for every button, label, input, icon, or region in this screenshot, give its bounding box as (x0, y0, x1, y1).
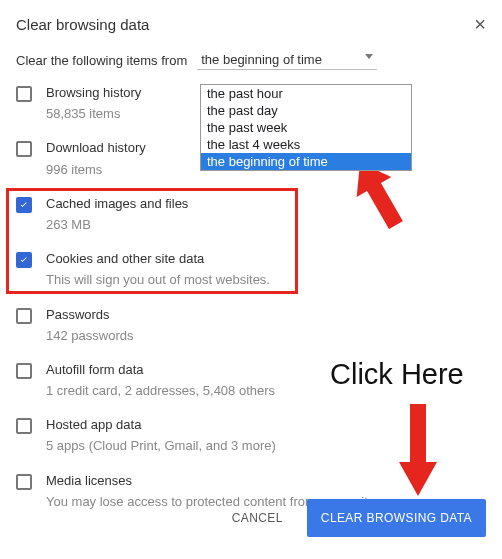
cancel-button[interactable]: CANCEL (220, 501, 295, 535)
checkbox[interactable] (16, 418, 32, 434)
clear-browsing-data-button[interactable]: CLEAR BROWSING DATA (307, 499, 486, 537)
item-text: Passwords142 passwords (46, 306, 486, 345)
dropdown-option[interactable]: the past day (201, 102, 411, 119)
caret-down-icon (365, 54, 373, 59)
checkbox[interactable] (16, 141, 32, 157)
checkbox[interactable] (16, 308, 32, 324)
list-item: Cookies and other site dataThis will sig… (16, 242, 486, 297)
checkbox[interactable] (16, 363, 32, 379)
time-range-dropdown: the past hour the past day the past week… (200, 84, 412, 171)
dropdown-option[interactable]: the past week (201, 119, 411, 136)
checkbox[interactable] (16, 474, 32, 490)
item-subtext: This will sign you out of most websites. (46, 271, 486, 289)
dialog-title: Clear browsing data (16, 16, 149, 33)
item-subtext: 142 passwords (46, 327, 486, 345)
item-text: Cookies and other site dataThis will sig… (46, 250, 486, 289)
item-text: Cached images and files263 MB (46, 195, 486, 234)
dropdown-option[interactable]: the last 4 weeks (201, 136, 411, 153)
annotation-arrow-icon (395, 404, 441, 496)
close-icon[interactable]: × (474, 14, 486, 34)
item-label: Passwords (46, 306, 486, 324)
item-subtext: 263 MB (46, 216, 486, 234)
dropdown-option[interactable]: the past hour (201, 85, 411, 102)
list-item: Passwords142 passwords (16, 298, 486, 353)
from-label: Clear the following items from (16, 53, 187, 68)
list-item: Cached images and files263 MB (16, 187, 486, 242)
time-range-select[interactable]: the beginning of time (197, 50, 377, 70)
checkbox[interactable] (16, 197, 32, 213)
checkbox[interactable] (16, 86, 32, 102)
time-range-value: the beginning of time (201, 52, 322, 67)
checkbox[interactable] (16, 252, 32, 268)
dropdown-option-selected[interactable]: the beginning of time (201, 153, 411, 170)
annotation-click-here: Click Here (330, 358, 464, 391)
item-label: Cookies and other site data (46, 250, 486, 268)
